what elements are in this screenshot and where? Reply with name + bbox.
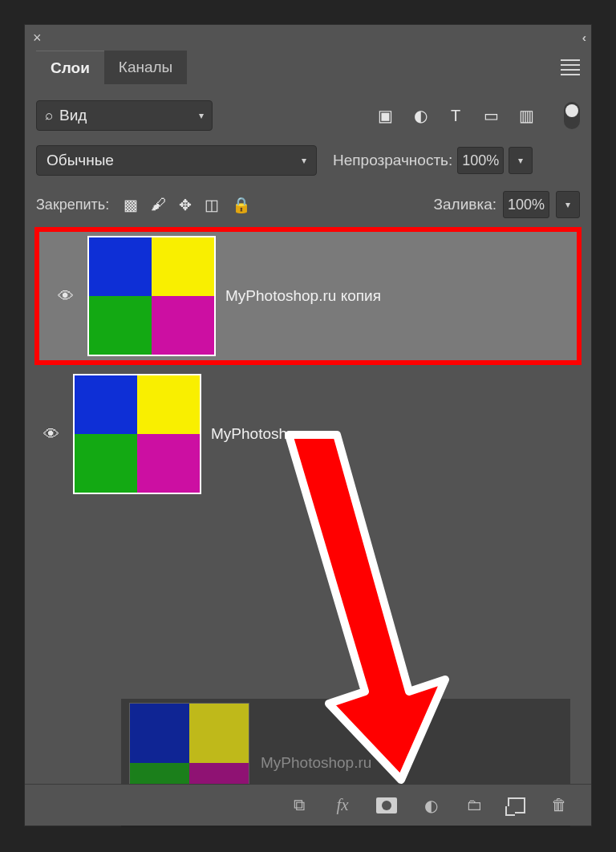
adjustment-filter-icon[interactable]: ◐ <box>411 107 429 124</box>
pixel-filter-icon[interactable]: ▣ <box>376 107 394 124</box>
layer-filter-select[interactable]: ⌕ Вид ▾ <box>36 100 213 131</box>
trash-icon[interactable]: 🗑 <box>549 796 569 814</box>
panel-tabs: Слои Каналы <box>25 51 591 84</box>
opacity-control: Непрозрачность: 100% ▾ <box>333 147 533 174</box>
lock-transparency-icon[interactable]: ▩ <box>124 196 138 214</box>
layers-list: 👁 MyPhotoshop.ru копия 👁 MyPhotoshop.ru <box>25 227 591 498</box>
layer-mask-icon[interactable] <box>376 797 397 813</box>
lock-artboard-icon[interactable]: ◫ <box>205 196 219 214</box>
fill-label: Заливка: <box>434 196 496 213</box>
filter-label: Вид <box>59 107 192 124</box>
link-layers-icon[interactable]: ⧉ <box>290 796 309 814</box>
visibility-icon[interactable]: 👁 <box>39 425 63 444</box>
layers-panel: × ‹‹ Слои Каналы ⌕ Вид ▾ ▣ ◐ T ▭ ▥ Обычн… <box>24 24 592 826</box>
lock-row: Закрепить: ▩ 🖌 ✥ ◫ 🔒 Заливка: 100% ▾ <box>25 189 591 221</box>
layer-fx-icon[interactable]: fx <box>333 795 352 815</box>
panel-titlebar: × ‹‹ <box>25 25 591 51</box>
close-icon[interactable]: × <box>33 30 42 47</box>
blend-mode-value: Обычные <box>47 152 114 169</box>
panel-menu-icon[interactable] <box>561 59 580 75</box>
lock-position-icon[interactable]: ✥ <box>179 196 192 214</box>
lock-icons: ▩ 🖌 ✥ ◫ 🔒 <box>124 196 251 214</box>
group-icon[interactable]: 🗀 <box>464 796 484 814</box>
new-layer-icon[interactable] <box>508 797 525 813</box>
highlight-annotation: 👁 MyPhotoshop.ru копия <box>34 227 582 365</box>
layer-thumbnail[interactable] <box>73 374 201 494</box>
layer-name[interactable]: MyPhotoshop.ru копия <box>225 287 381 305</box>
chevron-down-icon: ▾ <box>302 155 306 166</box>
fill-chevron[interactable]: ▾ <box>556 191 580 218</box>
shape-filter-icon[interactable]: ▭ <box>482 107 500 124</box>
filter-row: ⌕ Вид ▾ ▣ ◐ T ▭ ▥ <box>25 99 591 132</box>
filter-icons: ▣ ◐ T ▭ ▥ <box>376 102 580 129</box>
lock-all-icon[interactable]: 🔒 <box>232 196 251 214</box>
blend-mode-select[interactable]: Обычные ▾ <box>36 145 317 176</box>
layers-bottom-bar: ⧉ fx ◐ 🗀 🗑 <box>25 784 591 826</box>
layer-name: MyPhotoshop.ru <box>261 754 371 772</box>
tab-channels[interactable]: Каналы <box>104 51 187 84</box>
collapse-icon[interactable]: ‹‹ <box>582 31 583 44</box>
opacity-chevron[interactable]: ▾ <box>509 147 533 174</box>
filter-toggle[interactable] <box>564 102 580 129</box>
tab-layers[interactable]: Слои <box>36 51 104 84</box>
layer-row[interactable]: 👁 MyPhotoshop.ru копия <box>39 232 577 360</box>
visibility-icon[interactable]: 👁 <box>54 287 78 306</box>
chevron-down-icon: ▾ <box>199 110 204 121</box>
layer-name[interactable]: MyPhotoshop.ru <box>211 425 322 443</box>
layer-row[interactable]: 👁 MyPhotoshop.ru <box>25 370 591 498</box>
fill-value[interactable]: 100% <box>503 191 549 218</box>
lock-label: Закрепить: <box>36 197 109 213</box>
fill-control: Заливка: 100% ▾ <box>434 191 580 218</box>
smartobject-filter-icon[interactable]: ▥ <box>517 107 535 124</box>
opacity-label: Непрозрачность: <box>333 152 452 169</box>
type-filter-icon[interactable]: T <box>447 107 464 124</box>
search-icon: ⌕ <box>45 108 53 124</box>
blend-row: Обычные ▾ Непрозрачность: 100% ▾ <box>25 144 591 177</box>
lock-pixels-icon[interactable]: 🖌 <box>151 196 166 213</box>
opacity-value[interactable]: 100% <box>457 147 504 174</box>
layer-thumbnail[interactable] <box>87 236 216 356</box>
adjustment-layer-icon[interactable]: ◐ <box>421 796 440 815</box>
